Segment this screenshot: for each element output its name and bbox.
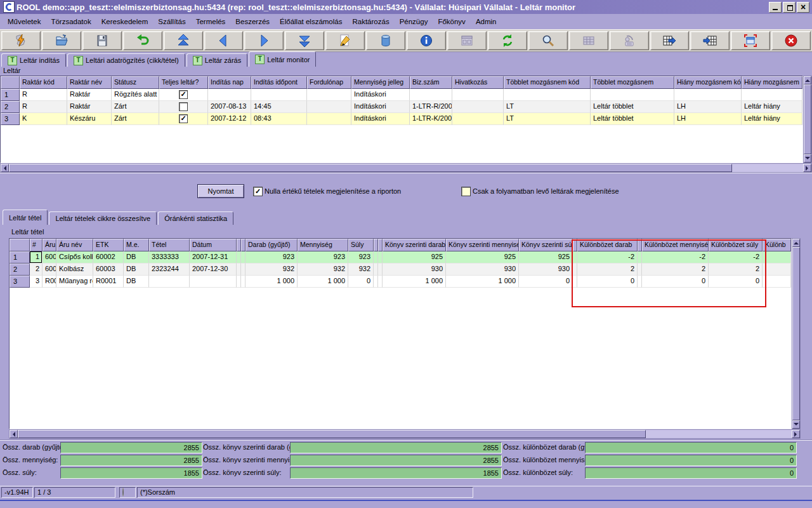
table-cell[interactable]: 0: [642, 276, 709, 288]
table-cell[interactable]: [504, 89, 591, 101]
table-cell[interactable]: LH: [674, 101, 742, 113]
row-number-cell[interactable]: 2: [10, 264, 30, 276]
column-header-blank[interactable]: [638, 239, 642, 251]
toolbar-button-refresh[interactable]: [488, 31, 527, 50]
column-header-blank[interactable]: [378, 239, 383, 251]
table-cell[interactable]: LT: [504, 113, 591, 125]
column-header[interactable]: Teljes leltár?: [159, 76, 208, 89]
table-cell[interactable]: 1 000: [383, 276, 446, 288]
table-cell[interactable]: [237, 276, 241, 288]
tab-leltari-adatrogzites[interactable]: TLeltári adatrögzítés (cikk/tétel): [67, 53, 185, 67]
lower-table-horizontal-scrollbar[interactable]: [9, 429, 801, 439]
column-header[interactable]: Különbözet súly: [709, 239, 763, 251]
table-cell[interactable]: [307, 101, 351, 113]
table-cell[interactable]: [763, 264, 791, 276]
table-cell[interactable]: 932: [246, 264, 298, 276]
table-cell[interactable]: [452, 101, 504, 113]
table-cell[interactable]: Kolbász: [56, 264, 93, 276]
column-header[interactable]: Raktár név: [67, 76, 112, 89]
table-cell[interactable]: [763, 276, 791, 288]
table-cell[interactable]: 3333333: [149, 251, 190, 264]
column-header-blank[interactable]: [374, 239, 378, 251]
table-cell[interactable]: 2007-12-30: [190, 264, 237, 276]
row-number-cell[interactable]: 3: [10, 276, 30, 288]
menu-beszerzes[interactable]: Beszerzés: [230, 16, 275, 27]
table-cell[interactable]: 60002: [93, 251, 124, 264]
restore-button[interactable]: [783, 2, 796, 13]
table-cell[interactable]: 930: [446, 264, 519, 276]
table-cell[interactable]: R0001: [93, 276, 124, 288]
table-cell[interactable]: [208, 89, 251, 101]
column-header[interactable]: Különb: [763, 239, 791, 251]
table-cell[interactable]: [742, 89, 802, 101]
row-number-cell[interactable]: 2: [1, 101, 20, 113]
table-row[interactable]: 11600Csípős kolbás60002DB33333332007-12-…: [10, 251, 791, 264]
scroll-track[interactable]: [732, 164, 803, 172]
toolbar-button-table-export[interactable]: [650, 31, 690, 50]
toolbar-button-info[interactable]: [407, 31, 446, 50]
column-header[interactable]: ETK: [93, 239, 124, 251]
toolbar-button-undo[interactable]: [123, 31, 162, 50]
table-cell[interactable]: Leltár többlet: [591, 101, 674, 113]
table-row[interactable]: 2RRaktárZárt2007-08-1314:45Indításkori1-…: [1, 101, 802, 113]
table-cell[interactable]: [307, 113, 351, 125]
column-header[interactable]: Hiány mozgásnem kód: [674, 76, 742, 89]
upper-table-horizontal-scrollbar[interactable]: [0, 163, 812, 173]
tab-leltar-inditas[interactable]: TLeltár indítás: [1, 53, 66, 67]
table-cell[interactable]: 2: [642, 264, 709, 276]
column-header[interactable]: Többlet mozgásnem: [591, 76, 674, 89]
menu-kereskedelem[interactable]: Kereskedelem: [96, 16, 154, 27]
menu-admin[interactable]: Admin: [471, 16, 502, 27]
column-header[interactable]: Hiány mozgásnem: [742, 76, 802, 89]
column-header[interactable]: Többlet mozgásnem kód: [504, 76, 591, 89]
toolbar-button-last-record[interactable]: [285, 31, 324, 50]
row-checkbox[interactable]: ✓: [179, 114, 188, 123]
toolbar-button-stop[interactable]: [771, 31, 811, 50]
table-cell[interactable]: [251, 89, 307, 101]
column-header[interactable]: Súly: [348, 239, 374, 251]
table-cell[interactable]: 14:45: [251, 101, 307, 113]
column-header-blank[interactable]: [10, 239, 30, 251]
menu-fokonyv[interactable]: Főkönyv: [433, 16, 470, 27]
table-cell[interactable]: 2007-08-13: [208, 101, 251, 113]
table-cell[interactable]: [307, 89, 351, 101]
table-cell[interactable]: -2: [642, 251, 709, 264]
scroll-up-button[interactable]: [804, 76, 811, 84]
table-cell[interactable]: DB: [124, 264, 149, 276]
table-cell[interactable]: [149, 276, 190, 288]
tab-orankenti-statisztika[interactable]: Óránkénti statisztika: [158, 211, 233, 225]
table-cell[interactable]: 2007-12-31: [190, 251, 237, 264]
column-header[interactable]: Különbözet darab: [577, 239, 638, 251]
table-cell[interactable]: [241, 276, 246, 288]
column-header[interactable]: Hivatkozás: [452, 76, 504, 89]
table-cell[interactable]: 930: [383, 264, 446, 276]
table-cell[interactable]: R: [20, 89, 67, 101]
table-cell[interactable]: [374, 251, 378, 264]
table-cell[interactable]: Leltár hiány: [742, 101, 802, 113]
column-header[interactable]: Mennyiség: [298, 239, 348, 251]
toolbar-button-flash[interactable]: [1, 31, 41, 50]
column-header[interactable]: Könyv szerinti darab: [383, 239, 446, 251]
close-button[interactable]: [797, 2, 809, 13]
table-cell[interactable]: 3: [30, 276, 43, 288]
toolbar-button-table-import[interactable]: [690, 31, 730, 50]
menu-penzugy[interactable]: Pénzügy: [395, 16, 433, 27]
table-cell[interactable]: 1 000: [246, 276, 298, 288]
table-cell[interactable]: Indításkori: [351, 101, 410, 113]
table-cell[interactable]: [638, 276, 642, 288]
scroll-right-button[interactable]: [803, 164, 811, 172]
column-header[interactable]: M.e.: [124, 239, 149, 251]
column-header[interactable]: Tétel: [149, 239, 190, 251]
menu-raktarozas[interactable]: Raktározás: [347, 16, 394, 27]
column-header-blank[interactable]: [241, 239, 246, 251]
table-cell[interactable]: [378, 276, 383, 288]
scroll-thumb[interactable]: [18, 430, 646, 438]
table-cell[interactable]: 1-LTR-K/2007: [410, 113, 452, 125]
table-cell[interactable]: [573, 276, 577, 288]
table-cell[interactable]: -2: [577, 251, 638, 264]
column-header[interactable]: Áru név: [56, 239, 93, 251]
tab-leltar-tetelek-cikkre[interactable]: Leltár tételek cikkre összesítve: [49, 211, 157, 225]
toolbar-button-form[interactable]: [447, 31, 487, 50]
table-cell[interactable]: [190, 276, 237, 288]
upper-table-vertical-scrollbar[interactable]: [803, 76, 812, 163]
